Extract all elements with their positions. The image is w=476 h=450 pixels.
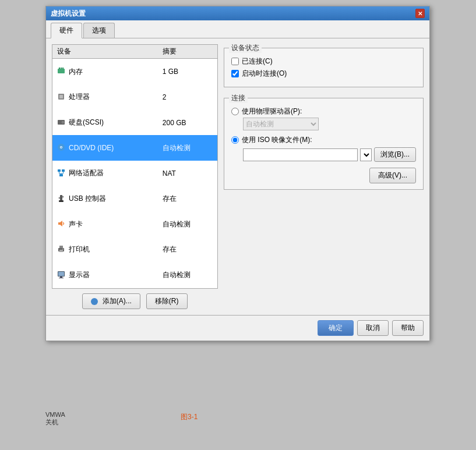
device-cell: 内存 (52, 59, 158, 85)
iso-section: 使用 ISO 映像文件(M): 浏览(B)... (231, 135, 416, 162)
device-icon (57, 93, 66, 102)
left-panel: 设备 摘要 内存1 GB处理器2硬盘(SCSI)200 GBCD/DVD (ID… (52, 44, 218, 309)
device-icon (57, 194, 66, 204)
figure-label: 图3-1 (181, 412, 198, 422)
device-icon (57, 67, 66, 76)
svg-point-8 (62, 122, 64, 123)
device-icon (57, 169, 66, 178)
svg-rect-29 (58, 272, 64, 276)
svg-rect-14 (59, 174, 63, 176)
iso-label: 使用 ISO 映像文件(M): (242, 135, 312, 145)
device-cell: 网络适配器 (52, 161, 158, 186)
physical-drive-section: 使用物理驱动器(P): 自动检测 (231, 107, 416, 130)
svg-rect-2 (61, 68, 62, 69)
add-button[interactable]: 添加(A)... (82, 293, 140, 309)
device-icon (57, 143, 66, 153)
svg-rect-25 (59, 246, 63, 248)
table-row[interactable]: 显示器自动检测 (52, 263, 218, 289)
startup-row: 启动时连接(O) (231, 69, 416, 79)
table-row[interactable]: USB 控制器存在 (52, 186, 218, 212)
main-window: 虚拟机设置 ✕ 硬件 选项 设备 摘要 内存1 GB处理器2硬盘(SCSI)20… (45, 6, 430, 341)
device-name: 硬盘(SCSI) (69, 118, 104, 127)
add-icon (91, 298, 98, 305)
svg-rect-0 (58, 69, 65, 73)
tab-options[interactable]: 选项 (83, 23, 115, 38)
physical-drive-select[interactable]: 自动检测 (243, 118, 319, 130)
summary-cell: 存在 (158, 186, 218, 212)
startup-label: 启动时连接(O) (242, 69, 287, 79)
table-row[interactable]: 处理器2 (52, 84, 218, 110)
svg-rect-30 (60, 277, 62, 278)
cancel-button[interactable]: 取消 (357, 320, 389, 336)
physical-label: 使用物理驱动器(P): (242, 107, 302, 116)
device-icon (57, 271, 66, 280)
machine-text: 关机 (45, 419, 58, 426)
device-name: 网络适配器 (69, 168, 104, 178)
summary-cell: 存在 (158, 237, 218, 263)
table-row[interactable]: 打印机存在 (52, 237, 218, 263)
close-button[interactable]: ✕ (415, 9, 425, 18)
device-icon (57, 118, 66, 127)
device-cell: USB 控制器 (52, 186, 158, 212)
connection-label: 连接 (229, 93, 248, 103)
startup-checkbox[interactable] (231, 70, 239, 77)
ok-button[interactable]: 确定 (318, 320, 354, 336)
connected-checkbox[interactable] (231, 58, 239, 65)
svg-marker-23 (58, 221, 62, 226)
right-panel: 设备状态 已连接(C) 启动时连接(O) 连接 (224, 44, 424, 309)
help-button[interactable]: 帮助 (392, 320, 424, 336)
physical-radio[interactable] (231, 108, 239, 115)
table-row[interactable]: CD/DVD (IDE)自动检测 (52, 135, 218, 161)
device-name: 打印机 (69, 245, 90, 254)
connected-row: 已连接(C) (231, 56, 416, 66)
tab-bar: 硬件 选项 (46, 20, 429, 38)
iso-input-row: 浏览(B)... (243, 147, 416, 162)
col-device-header: 设备 (52, 45, 158, 59)
summary-cell: 自动检测 (158, 211, 218, 237)
summary-cell: 1 GB (158, 59, 218, 85)
device-name: CD/DVD (IDE) (69, 144, 114, 152)
connection-group: 使用物理驱动器(P): 自动检测 使用 ISO 映像文件(M): (231, 104, 416, 162)
iso-radio[interactable] (231, 136, 239, 144)
summary-cell: 2 (158, 84, 218, 110)
device-cell: 硬盘(SCSI) (52, 110, 158, 136)
table-row[interactable]: 硬盘(SCSI)200 GB (52, 110, 218, 136)
device-name: 显示器 (69, 270, 90, 280)
advanced-button[interactable]: 高级(V)... (369, 168, 416, 183)
tab-hardware[interactable]: 硬件 (51, 23, 82, 38)
device-name: 处理器 (69, 92, 90, 102)
svg-rect-31 (59, 278, 64, 278)
svg-rect-3 (62, 68, 64, 69)
company-label: VMWA (45, 411, 65, 418)
svg-rect-5 (59, 95, 63, 98)
iso-path-input[interactable] (243, 148, 358, 161)
device-cell: CD/DVD (IDE) (52, 135, 158, 161)
connected-label: 已连接(C) (242, 56, 273, 66)
advanced-row: 高级(V)... (231, 168, 416, 183)
svg-point-22 (62, 196, 64, 197)
table-row[interactable]: 内存1 GB (52, 59, 218, 85)
summary-cell: 自动检测 (158, 135, 218, 161)
summary-cell: 200 GB (158, 110, 218, 136)
device-status-group: 已连接(C) 启动时连接(O) (231, 54, 416, 79)
device-name: USB 控制器 (69, 194, 106, 204)
col-summary-header: 摘要 (158, 45, 218, 59)
table-row[interactable]: 声卡自动检测 (52, 211, 218, 237)
remove-button[interactable]: 移除(R) (146, 293, 188, 309)
svg-rect-12 (58, 169, 61, 172)
svg-rect-27 (62, 249, 64, 250)
device-cell: 声卡 (52, 211, 158, 237)
device-icon (57, 219, 66, 229)
machine-label: 关机 (45, 418, 65, 427)
bottom-buttons: 添加(A)... 移除(R) (52, 293, 218, 309)
iso-dropdown[interactable] (360, 148, 372, 161)
device-cell: 打印机 (52, 237, 158, 263)
title-bar: 虚拟机设置 ✕ (46, 6, 429, 20)
table-row[interactable]: 网络适配器NAT (52, 161, 218, 186)
company-text: VMWA (45, 411, 65, 418)
iso-radio-row: 使用 ISO 映像文件(M): (231, 135, 416, 145)
browse-button[interactable]: 浏览(B)... (374, 147, 416, 162)
svg-rect-13 (62, 169, 65, 172)
svg-point-11 (61, 147, 62, 148)
device-icon (57, 245, 66, 254)
